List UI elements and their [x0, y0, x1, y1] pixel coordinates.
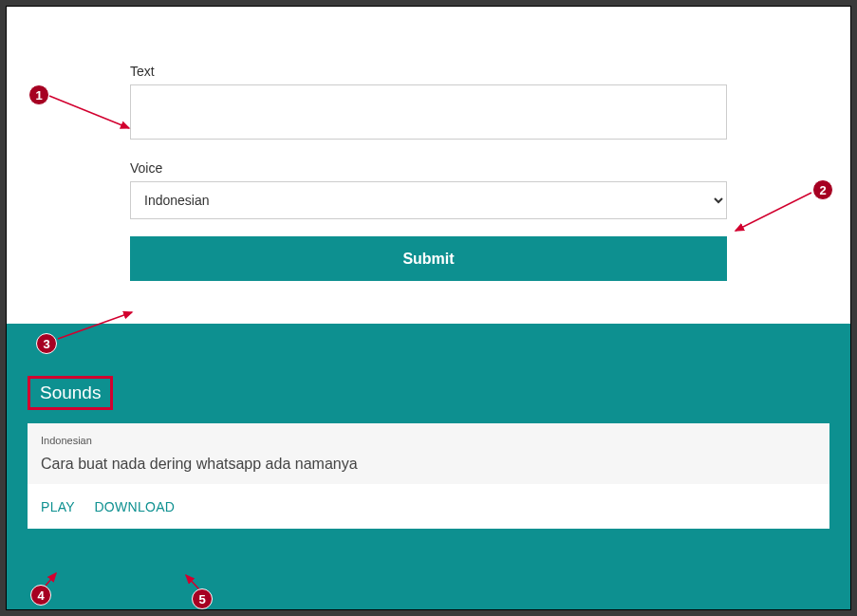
sound-actions: PLAY DOWNLOAD [41, 498, 816, 515]
voice-select[interactable]: Indonesian [130, 181, 727, 219]
voice-field-group: Voice Indonesian [130, 160, 727, 219]
annotation-badge-5: 5 [192, 588, 213, 609]
sounds-section: Sounds Indonesian Cara buat nada dering … [7, 324, 850, 538]
annotation-badge-4: 4 [30, 585, 51, 606]
annotation-badge-1: 1 [28, 84, 49, 105]
text-input[interactable] [130, 84, 727, 140]
text-label: Text [130, 64, 727, 79]
voice-label: Voice [130, 160, 727, 176]
annotation-badge-3: 3 [36, 333, 57, 354]
text-field-group: Text [130, 64, 727, 143]
sound-text: Cara buat nada dering whatsapp ada naman… [41, 456, 816, 473]
svg-line-4 [186, 575, 199, 589]
submit-button[interactable]: Submit [130, 236, 727, 281]
svg-line-3 [46, 573, 56, 586]
sounds-title: Sounds [28, 376, 113, 410]
annotation-badge-2: 2 [812, 179, 833, 200]
play-button[interactable]: PLAY [41, 499, 75, 514]
app-frame: Text Voice Indonesian Submit Sounds Indo… [6, 6, 851, 610]
form-card: Text Voice Indonesian Submit [7, 7, 850, 324]
sound-card: Indonesian Cara buat nada dering whatsap… [28, 423, 829, 529]
download-button[interactable]: DOWNLOAD [94, 499, 175, 514]
sound-language: Indonesian [41, 435, 816, 446]
sound-card-header: Indonesian Cara buat nada dering whatsap… [28, 423, 829, 484]
